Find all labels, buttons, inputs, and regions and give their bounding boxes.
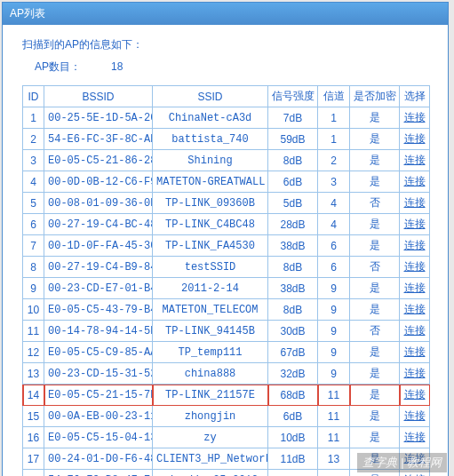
cell-id: 10: [23, 299, 44, 321]
cell-bssid: E0-05-C5-C9-85-AA: [44, 342, 153, 363]
connect-link[interactable]: 连接: [404, 345, 426, 358]
cell-id: 3: [23, 150, 44, 171]
cell-ssid: zhongjin: [153, 406, 268, 427]
cell-action: 连接: [400, 363, 430, 385]
cell-action: 连接: [400, 235, 430, 257]
scan-info-label: 扫描到的AP的信息如下：: [22, 37, 428, 52]
connect-link[interactable]: 连接: [404, 175, 426, 187]
col-signal: 信号强度: [268, 86, 318, 107]
cell-action: 连接: [400, 448, 430, 470]
connect-link[interactable]: 连接: [404, 282, 426, 294]
cell-id: 5: [23, 193, 44, 214]
cell-channel: 9: [318, 278, 350, 299]
cell-channel: 11: [318, 406, 350, 427]
cell-bssid: E0-05-C5-21-15-7E: [44, 385, 153, 406]
cell-signal: 38dB: [268, 278, 318, 299]
table-row: 100-25-5E-1D-5A-20ChinaNet-cA3d7dB1是连接: [23, 107, 430, 129]
table-row: 1100-14-78-94-14-5BTP-LINK_94145B30dB9否连…: [23, 321, 430, 342]
table-row: 14E0-05-C5-21-15-7ETP-LINK_21157E68dB11是…: [23, 385, 430, 406]
cell-bssid: 00-23-CD-15-31-52: [44, 363, 153, 385]
cell-bssid: 54-E6-FC-3F-8C-AE: [44, 129, 153, 150]
connect-link[interactable]: 连接: [404, 431, 426, 443]
cell-bssid: E0-05-C5-21-86-28: [44, 150, 153, 171]
cell-id: 1: [23, 107, 44, 129]
cell-ssid: zy: [153, 427, 268, 448]
cell-encrypted: 是: [350, 406, 400, 427]
cell-channel: 4: [318, 193, 350, 214]
cell-channel: 3: [318, 171, 350, 193]
connect-link[interactable]: 连接: [404, 111, 426, 123]
cell-action: 连接: [400, 470, 430, 477]
connect-link[interactable]: 连接: [404, 388, 426, 401]
cell-ssid: qiaojie_25_2012: [153, 470, 268, 477]
ap-count-value: 18: [111, 60, 123, 73]
cell-ssid: testSSID: [153, 257, 268, 278]
cell-signal: 15dB: [268, 470, 318, 477]
table-row: 1854-E6-FC-B8-4F-74qiaojie_25_201215dB13…: [23, 470, 430, 477]
cell-signal: 30dB: [268, 321, 318, 342]
connect-link[interactable]: 连接: [404, 132, 426, 145]
connect-link[interactable]: 连接: [404, 409, 426, 422]
cell-action: 连接: [400, 321, 430, 342]
cell-encrypted: 是: [350, 214, 400, 235]
col-id: ID: [23, 86, 44, 107]
table-row: 10E0-05-C5-43-79-B4MATETON_TELECOM8dB9是连…: [23, 299, 430, 321]
connect-link[interactable]: 连接: [404, 154, 426, 166]
col-action: 选择: [400, 86, 430, 107]
cell-encrypted: 是: [350, 235, 400, 257]
cell-signal: 6dB: [268, 171, 318, 193]
cell-encrypted: 是: [350, 299, 400, 321]
cell-id: 16: [23, 427, 44, 448]
col-channel: 信道: [318, 86, 350, 107]
cell-id: 13: [23, 363, 44, 385]
cell-id: 2: [23, 129, 44, 150]
connect-link[interactable]: 连接: [404, 218, 426, 230]
connect-link[interactable]: 连接: [404, 239, 426, 251]
cell-channel: 9: [318, 299, 350, 321]
cell-channel: 1: [318, 129, 350, 150]
cell-signal: 5dB: [268, 193, 318, 214]
cell-action: 连接: [400, 214, 430, 235]
cell-signal: 8dB: [268, 150, 318, 171]
connect-link[interactable]: 连接: [404, 303, 426, 315]
cell-ssid: ChinaNet-cA3d: [153, 107, 268, 129]
cell-encrypted: 是: [350, 342, 400, 363]
cell-signal: 59dB: [268, 129, 318, 150]
cell-action: 连接: [400, 342, 430, 363]
cell-ssid: TP_temp111: [153, 342, 268, 363]
cell-id: 15: [23, 406, 44, 427]
cell-bssid: 00-24-01-D0-F6-48: [44, 448, 153, 470]
cell-bssid: 00-23-CD-E7-01-B4: [44, 278, 153, 299]
cell-id: 8: [23, 257, 44, 278]
connect-link[interactable]: 连接: [404, 196, 426, 209]
connect-link[interactable]: 连接: [404, 367, 426, 379]
cell-signal: 11dB: [268, 448, 318, 470]
cell-signal: 7dB: [268, 107, 318, 129]
table-row: 1300-23-CD-15-31-52china88832dB9是连接: [23, 363, 430, 385]
col-bssid: BSSID: [44, 86, 153, 107]
cell-ssid: battista_740: [153, 129, 268, 150]
table-row: 12E0-05-C5-C9-85-AATP_temp11167dB9是连接: [23, 342, 430, 363]
cell-ssid: MATETON-GREATWALL: [153, 171, 268, 193]
cell-action: 连接: [400, 427, 430, 448]
cell-id: 17: [23, 448, 44, 470]
connect-link[interactable]: 连接: [404, 452, 426, 464]
cell-channel: 9: [318, 342, 350, 363]
table-row: 3E0-05-C5-21-86-28Shining8dB2是连接: [23, 150, 430, 171]
ap-table: ID BSSID SSID 信号强度 信道 是否加密 选择 100-25-5E-…: [22, 85, 430, 476]
cell-action: 连接: [400, 406, 430, 427]
connect-link[interactable]: 连接: [404, 260, 426, 273]
cell-ssid: china888: [153, 363, 268, 385]
cell-ssid: TP-LINK_C4BC48: [153, 214, 268, 235]
panel-body: 扫描到的AP的信息如下： AP数目：18 ID BSSID SSID 信号强度 …: [3, 25, 448, 476]
cell-channel: 6: [318, 257, 350, 278]
table-row: 1700-24-01-D0-F6-48CLIENT3_HP_Network11d…: [23, 448, 430, 470]
cell-encrypted: 是: [350, 150, 400, 171]
cell-action: 连接: [400, 129, 430, 150]
connect-link[interactable]: 连接: [404, 324, 426, 337]
cell-bssid: E0-05-C5-43-79-B4: [44, 299, 153, 321]
cell-ssid: 2011-2-14: [153, 278, 268, 299]
cell-channel: 11: [318, 385, 350, 406]
cell-encrypted: 否: [350, 321, 400, 342]
cell-encrypted: 否: [350, 257, 400, 278]
